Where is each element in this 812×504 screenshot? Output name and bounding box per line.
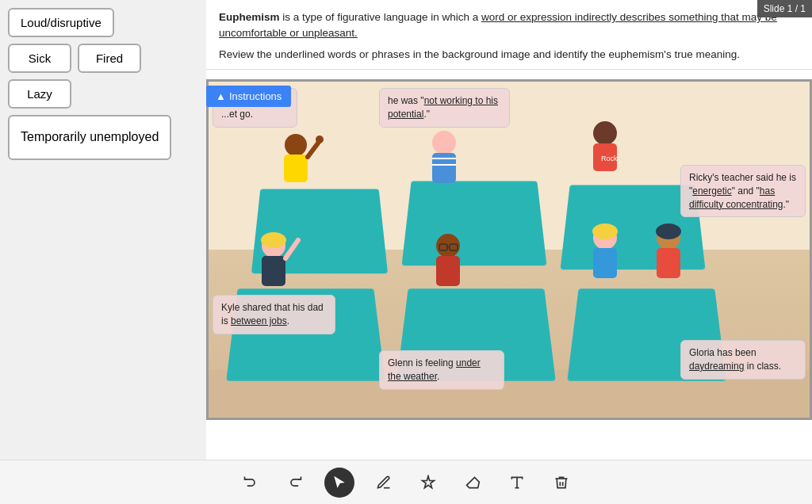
classroom-scene: Rock [209, 82, 810, 418]
svg-point-23 [592, 223, 618, 239]
svg-rect-3 [284, 155, 308, 182]
kid-bottom-center [419, 228, 478, 304]
svg-point-2 [285, 134, 307, 156]
chevron-up-icon: ▲ [216, 90, 226, 102]
chip-fired[interactable]: Fired [78, 44, 141, 73]
pen-button[interactable] [369, 468, 399, 498]
chip-unemployed[interactable]: Temporarily unemployed [8, 115, 171, 160]
kid-bottom-left [244, 228, 304, 304]
chip-loud[interactable]: Loud/disruptive [8, 8, 114, 37]
svg-line-4 [308, 141, 320, 157]
svg-point-6 [432, 131, 456, 155]
svg-rect-7 [432, 153, 456, 183]
instructions-toggle-button[interactable]: ▲ Instructions [206, 86, 291, 107]
review-text: Review the underlined words or phrases i… [219, 47, 799, 63]
svg-rect-27 [657, 248, 680, 278]
speech-bubble-potential: he was "not working to his potential." [379, 88, 510, 128]
speech-bubble-ricky: Ricky's teacher said he is "energetic" a… [680, 165, 806, 217]
undo-button[interactable] [236, 468, 266, 498]
kid-bottom-right-1 [577, 220, 633, 296]
svg-rect-18 [436, 256, 460, 286]
svg-line-15 [285, 240, 298, 258]
kid-top-center [415, 125, 474, 200]
eraser-button[interactable] [458, 468, 488, 498]
left-sidebar: Loud/disruptive Sick Fired Lazy Temporar… [0, 0, 206, 460]
slide-indicator: Slide 1 / 1 [757, 0, 812, 17]
delete-button[interactable] [546, 468, 576, 498]
select-button[interactable] [324, 468, 354, 498]
svg-point-16 [261, 232, 286, 248]
svg-rect-24 [593, 248, 617, 278]
instructions-panel: Euphemism is a type of figurative langua… [206, 0, 812, 70]
redo-button[interactable] [280, 468, 310, 498]
svg-text:Rock: Rock [601, 155, 618, 162]
svg-point-10 [593, 121, 617, 145]
highlight-button[interactable] [413, 468, 443, 498]
chip-sick[interactable]: Sick [8, 44, 71, 73]
chip-lazy[interactable]: Lazy [8, 79, 71, 109]
svg-point-5 [316, 136, 324, 143]
speech-bubble-gloria: Gloria has been daydreaming in class. [680, 340, 806, 380]
bottom-toolbar [0, 460, 812, 504]
kid-bottom-right-2 [641, 220, 696, 296]
text-button[interactable] [502, 468, 532, 498]
svg-rect-14 [262, 256, 285, 286]
speech-bubble-kyle: Kyle shared that his dad is between jobs… [213, 295, 335, 334]
slide-area: Rock [206, 79, 812, 420]
kid-top-right: Rock [573, 117, 637, 189]
kid-top-left [268, 129, 324, 200]
euphemism-title: Euphemism [219, 11, 280, 23]
svg-point-26 [656, 223, 681, 239]
speech-bubble-glenn: Glenn is feeling under the weather. [379, 350, 504, 390]
